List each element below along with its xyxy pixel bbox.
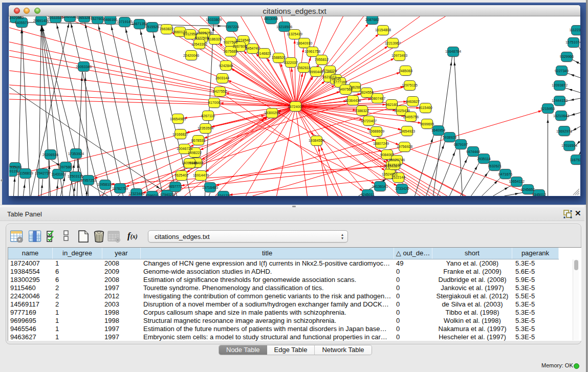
svg-text:1143193: 1143193 xyxy=(51,172,65,176)
svg-text:11325419: 11325419 xyxy=(287,32,302,36)
svg-text:8427552: 8427552 xyxy=(213,90,227,93)
svg-text:17353924: 17353924 xyxy=(68,152,84,156)
svg-text:9699695: 9699695 xyxy=(420,122,434,126)
svg-text:16154808: 16154808 xyxy=(375,28,391,32)
svg-text:12942737: 12942737 xyxy=(35,171,51,175)
svg-text:6497568: 6497568 xyxy=(339,87,353,91)
svg-text:10654112: 10654112 xyxy=(509,180,525,183)
svg-text:10025438: 10025438 xyxy=(394,109,410,113)
svg-text:9115132: 9115132 xyxy=(387,163,401,167)
svg-text:8471676: 8471676 xyxy=(498,172,512,176)
svg-text:7386322: 7386322 xyxy=(355,109,369,113)
svg-text:8678533: 8678533 xyxy=(191,139,205,142)
svg-text:12353594: 12353594 xyxy=(198,126,213,130)
svg-text:10807487: 10807487 xyxy=(369,97,385,100)
svg-text:19384554: 19384554 xyxy=(309,139,324,142)
svg-text:962160: 962160 xyxy=(386,103,398,106)
svg-text:20533536: 20533536 xyxy=(48,16,63,19)
svg-text:7485063: 7485063 xyxy=(399,69,412,73)
svg-text:17957253: 17957253 xyxy=(80,179,96,182)
svg-text:939119: 939119 xyxy=(9,169,17,173)
svg-text:9084067: 9084067 xyxy=(380,153,394,157)
svg-text:7515526: 7515526 xyxy=(145,25,159,29)
svg-text:11122357: 11122357 xyxy=(569,28,580,32)
svg-text:12975115: 12975115 xyxy=(402,83,418,87)
svg-text:16033809: 16033809 xyxy=(206,18,222,21)
svg-text:20364436: 20364436 xyxy=(345,99,361,102)
svg-text:18807249: 18807249 xyxy=(373,142,389,145)
svg-text:20206536: 20206536 xyxy=(42,153,58,157)
svg-text:1588520: 1588520 xyxy=(272,56,286,59)
svg-text:19654983: 19654983 xyxy=(170,117,186,121)
svg-text:9274546: 9274546 xyxy=(236,38,250,42)
svg-text:19218506: 19218506 xyxy=(276,25,292,29)
svg-text:15300293: 15300293 xyxy=(264,111,280,115)
svg-text:20691406: 20691406 xyxy=(33,19,49,23)
svg-text:8267110: 8267110 xyxy=(201,114,215,118)
svg-text:10958107: 10958107 xyxy=(97,183,113,186)
svg-text:9245652: 9245652 xyxy=(521,188,535,191)
svg-text:3824554: 3824554 xyxy=(360,91,374,94)
svg-text:9329966: 9329966 xyxy=(560,55,574,58)
svg-text:14099488: 14099488 xyxy=(182,161,198,165)
svg-text:8990448: 8990448 xyxy=(309,70,323,74)
svg-text:15720407: 15720407 xyxy=(361,119,377,123)
svg-text:10975867: 10975867 xyxy=(58,165,74,169)
svg-text:17016504: 17016504 xyxy=(561,144,577,147)
svg-text:2087682: 2087682 xyxy=(365,18,379,21)
svg-text:9327508: 9327508 xyxy=(224,40,237,44)
svg-text:16648784: 16648784 xyxy=(445,50,461,53)
svg-text:3675685: 3675685 xyxy=(224,50,237,53)
svg-text:10973493: 10973493 xyxy=(391,54,407,57)
svg-text:8186328: 8186328 xyxy=(208,37,222,41)
svg-text:10688609: 10688609 xyxy=(368,129,384,133)
svg-text:9227349: 9227349 xyxy=(555,69,569,73)
svg-text:8454749: 8454749 xyxy=(246,47,259,50)
svg-text:19756928: 19756928 xyxy=(397,145,412,148)
svg-text:15716485: 15716485 xyxy=(202,186,218,189)
svg-text:18640910: 18640910 xyxy=(296,41,312,45)
svg-text:10543392: 10543392 xyxy=(191,42,207,46)
svg-text:12503135: 12503135 xyxy=(68,174,83,178)
svg-text:9327509: 9327509 xyxy=(195,36,209,40)
svg-text:6879197: 6879197 xyxy=(454,143,468,146)
svg-text:18724007: 18724007 xyxy=(288,105,303,108)
svg-text:12213967: 12213967 xyxy=(385,41,401,45)
svg-text:8813054: 8813054 xyxy=(264,17,278,20)
svg-text:12444153: 12444153 xyxy=(552,99,568,102)
svg-text:19654923: 19654923 xyxy=(399,129,415,133)
svg-text:2867608: 2867608 xyxy=(233,45,247,48)
svg-text:16120746: 16120746 xyxy=(389,158,405,162)
svg-text:15692971: 15692971 xyxy=(556,129,572,133)
svg-text:2935114: 2935114 xyxy=(477,157,491,161)
svg-text:16961758: 16961758 xyxy=(304,50,320,53)
svg-text:1562615: 1562615 xyxy=(297,66,311,70)
svg-text:9242848: 9242848 xyxy=(219,64,233,68)
svg-text:13226058: 13226058 xyxy=(197,31,212,35)
svg-text:1640954: 1640954 xyxy=(431,128,445,132)
svg-text:10241230: 10241230 xyxy=(215,194,231,196)
svg-text:9463627: 9463627 xyxy=(406,100,420,103)
svg-text:16782759: 16782759 xyxy=(112,187,128,190)
svg-text:19166827: 19166827 xyxy=(172,133,188,136)
svg-text:16920583: 16920583 xyxy=(62,16,78,18)
svg-text:9794023: 9794023 xyxy=(160,193,174,196)
svg-text:16210643: 16210643 xyxy=(553,114,569,118)
svg-text:6466160: 6466160 xyxy=(103,18,117,21)
svg-text:2522144: 2522144 xyxy=(391,176,405,179)
svg-text:7632621: 7632621 xyxy=(488,164,502,168)
svg-text:14136141: 14136141 xyxy=(372,185,388,188)
svg-text:8296011: 8296011 xyxy=(145,194,159,196)
svg-text:20053346: 20053346 xyxy=(76,65,92,69)
svg-text:6794024: 6794024 xyxy=(323,69,337,73)
svg-text:1405571: 1405571 xyxy=(15,21,29,25)
svg-text:9245011: 9245011 xyxy=(361,193,375,196)
svg-text:12323446: 12323446 xyxy=(128,192,144,195)
svg-text:8215953: 8215953 xyxy=(541,107,555,111)
svg-text:10046728: 10046728 xyxy=(177,147,192,150)
svg-text:10653287: 10653287 xyxy=(76,16,92,19)
svg-text:9115460: 9115460 xyxy=(419,106,432,110)
svg-text:2603144: 2603144 xyxy=(215,76,229,80)
svg-text:8322037: 8322037 xyxy=(284,61,298,64)
svg-text:16920583: 16920583 xyxy=(9,16,24,19)
